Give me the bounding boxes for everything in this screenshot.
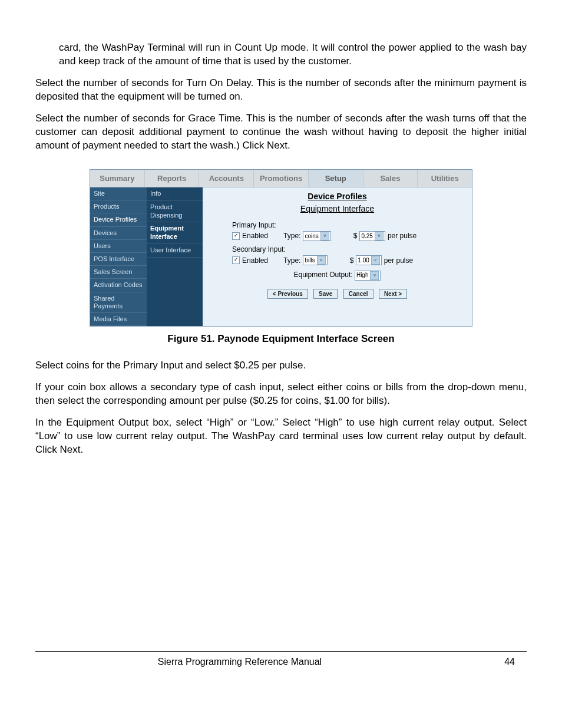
next-button[interactable]: Next > — [379, 289, 407, 299]
primary-type-select[interactable]: coins v — [303, 231, 330, 241]
tab-accounts[interactable]: Accounts — [199, 170, 254, 187]
tab-setup[interactable]: Setup — [309, 170, 363, 187]
figure-screenshot: Summary Reports Accounts Promotions Setu… — [90, 169, 472, 347]
secondary-amount-value: 1.00 — [358, 256, 369, 265]
tab-utilities[interactable]: Utilities — [418, 170, 472, 187]
footer-page-number: 44 — [444, 655, 527, 668]
page-title: Device Profiles — [209, 191, 466, 202]
secondary-input-row: ✓ Enabled Type: bills v $ 1.00 v — [232, 255, 466, 265]
currency-symbol: $ — [350, 256, 354, 265]
sidebar-item-pos-interface[interactable]: POS Interface — [90, 253, 147, 266]
equipment-output-label: Equipment Output: — [294, 271, 353, 279]
sidebar-item-products[interactable]: Products — [90, 200, 147, 213]
page-footer: Sierra Programming Reference Manual 44 — [35, 651, 527, 668]
secondary-enabled-label: Enabled — [242, 256, 268, 265]
paragraph: If your coin box allows a secondary type… — [35, 381, 527, 408]
per-pulse-label: per pulse — [388, 231, 416, 241]
primary-amount-value: 0.25 — [361, 232, 372, 241]
cancel-button[interactable]: Cancel — [343, 289, 373, 299]
tab-sales[interactable]: Sales — [363, 170, 418, 187]
subnav-equipment-interface[interactable]: Equipment Interface — [147, 222, 203, 244]
sidebar-item-activation-codes[interactable]: Activation Codes — [90, 279, 147, 292]
chevron-down-icon: v — [370, 271, 379, 280]
secondary-type-value: bills — [305, 256, 315, 265]
sidebar-item-sales-screen[interactable]: Sales Screen — [90, 266, 147, 279]
primary-enabled-label: Enabled — [242, 231, 268, 241]
tab-reports[interactable]: Reports — [145, 170, 200, 187]
button-row: < Previous Save Cancel Next > — [209, 289, 466, 299]
equipment-output-value: High — [356, 271, 369, 279]
sidebar-item-device-profiles[interactable]: Device Profiles — [90, 213, 147, 226]
top-tabs: Summary Reports Accounts Promotions Setu… — [90, 170, 472, 188]
per-pulse-label: per pulse — [384, 256, 413, 265]
subnav-info[interactable]: Info — [147, 187, 203, 201]
paragraph: In the Equipment Output box, select “Hig… — [35, 416, 527, 457]
chevron-down-icon: v — [375, 232, 384, 241]
secondary-input-label: Secondary Input: — [232, 245, 466, 254]
sidebar-sub: Info Product Dispensing Equipment Interf… — [147, 187, 203, 326]
tab-promotions[interactable]: Promotions — [254, 170, 309, 187]
primary-input-label: Primary Input: — [232, 220, 466, 230]
figure-caption: Figure 51. Paynode Equipment Interface S… — [90, 332, 472, 346]
primary-type-label: Type: — [283, 231, 300, 241]
secondary-type-select[interactable]: bills v — [303, 255, 327, 265]
paragraph: Select the number of seconds for Grace T… — [35, 112, 527, 153]
previous-button[interactable]: < Previous — [267, 289, 308, 299]
secondary-amount-select[interactable]: 1.00 v — [356, 255, 381, 265]
sidebar-item-media-files[interactable]: Media Files — [90, 313, 147, 326]
app-window: Summary Reports Accounts Promotions Setu… — [90, 169, 472, 327]
paragraph: Select coins for the Primary Input and s… — [35, 359, 527, 373]
sidebar-item-users[interactable]: Users — [90, 240, 147, 253]
footer-title: Sierra Programming Reference Manual — [35, 655, 444, 668]
equipment-output-select[interactable]: High v — [355, 271, 381, 281]
chevron-down-icon: v — [371, 256, 380, 265]
subnav-product-dispensing[interactable]: Product Dispensing — [147, 201, 203, 223]
secondary-type-label: Type: — [283, 256, 300, 265]
primary-type-value: coins — [305, 232, 318, 241]
chevron-down-icon: v — [317, 256, 326, 265]
currency-symbol: $ — [353, 231, 358, 241]
sidebar-item-devices[interactable]: Devices — [90, 227, 147, 240]
tab-summary[interactable]: Summary — [90, 170, 145, 187]
primary-enabled-checkbox[interactable]: ✓ — [232, 232, 240, 240]
paragraph: card, the WashPay Terminal will run in C… — [59, 41, 527, 68]
chevron-down-icon: v — [320, 232, 329, 241]
sidebar-item-site[interactable]: Site — [90, 187, 147, 200]
subnav-user-interface[interactable]: User Interface — [147, 244, 203, 258]
sidebar-main: Site Products Device Profiles Devices Us… — [90, 187, 147, 326]
sidebar-item-shared-payments[interactable]: Shared Payments — [90, 292, 147, 313]
secondary-enabled-checkbox[interactable]: ✓ — [232, 256, 240, 264]
content-pane: Device Profiles Equipment Interface Prim… — [203, 187, 472, 326]
save-button[interactable]: Save — [313, 289, 338, 299]
page-subtitle: Equipment Interface — [209, 203, 466, 215]
primary-input-row: ✓ Enabled Type: coins v $ 0.25 v — [232, 231, 466, 241]
paragraph: Select the number of seconds for Turn On… — [35, 77, 527, 104]
primary-amount-select[interactable]: 0.25 v — [359, 231, 385, 241]
